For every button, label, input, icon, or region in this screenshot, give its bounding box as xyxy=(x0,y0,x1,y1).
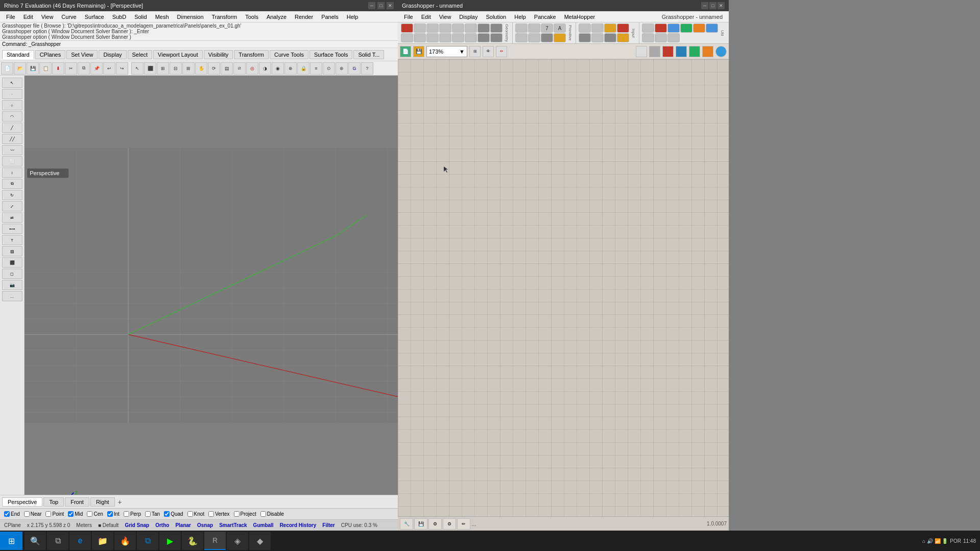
gh-inp-3[interactable] xyxy=(604,23,616,33)
gh-icon-3[interactable] xyxy=(426,23,439,33)
lt-surface-btn[interactable]: ⬜ xyxy=(2,156,22,166)
gh-util-9[interactable] xyxy=(667,33,680,42)
gh-maximize-button[interactable]: □ xyxy=(709,2,716,9)
lt-move-btn[interactable]: ↕ xyxy=(2,167,22,178)
gh-zoom-fit[interactable]: ⊞ xyxy=(469,46,481,57)
gh-red-icon[interactable] xyxy=(662,46,674,57)
taskbar-firefox[interactable]: 🔥 xyxy=(114,532,136,550)
toolbar-tab-surface-tools[interactable]: Surface Tools xyxy=(309,50,352,59)
menu-analyze[interactable]: Analyze xyxy=(262,13,291,21)
gh-menu-display[interactable]: Display xyxy=(455,13,482,21)
gh-inp-8[interactable] xyxy=(617,33,629,42)
gh-inp-4[interactable] xyxy=(617,23,629,33)
menu-transform[interactable]: Transform xyxy=(208,13,242,21)
lt-rotate-btn[interactable]: ↻ xyxy=(2,190,22,200)
gh-menu-metahopper[interactable]: MetaHopper xyxy=(560,13,600,21)
tb-zoom-win[interactable]: ⊟ xyxy=(170,62,182,75)
tb-layers[interactable]: ≡ xyxy=(310,62,322,75)
status-grid-snap[interactable]: Grid Snap xyxy=(125,522,149,528)
taskbar-taskview[interactable]: ⧉ xyxy=(47,532,68,550)
gh-menu-help[interactable]: Help xyxy=(510,13,530,21)
tb-zoom-ext[interactable]: ⊞ xyxy=(157,62,169,75)
osnap-project[interactable]: Project xyxy=(234,511,256,517)
gh-bottom-btn5[interactable]: ✏ xyxy=(457,518,470,530)
osnap-quad-checkbox[interactable] xyxy=(164,511,170,517)
lt-point-btn[interactable]: · xyxy=(2,89,22,99)
menu-help[interactable]: Help xyxy=(343,13,363,21)
tb-import[interactable]: ⬇ xyxy=(52,62,64,75)
menu-dimension[interactable]: Dimension xyxy=(173,13,208,21)
lt-dim-btn[interactable]: ⟷ xyxy=(2,224,22,234)
tb-zoom-sel[interactable]: ⊞ xyxy=(182,62,195,75)
tb-cut[interactable]: ✂ xyxy=(65,62,77,75)
status-gumball[interactable]: Gumball xyxy=(253,522,274,528)
tb-save[interactable]: 💾 xyxy=(27,62,39,75)
gh-prim-4[interactable]: A xyxy=(554,23,566,33)
gh-icon-14[interactable] xyxy=(465,33,477,42)
gh-inp-1[interactable] xyxy=(579,23,591,33)
gh-menu-file[interactable]: File xyxy=(400,13,417,21)
gh-orange-icon[interactable] xyxy=(702,46,713,57)
taskbar-rhino[interactable]: R xyxy=(204,532,226,550)
gh-sphere-icon[interactable] xyxy=(715,46,727,57)
lt-polyline-btn[interactable]: ╱╱ xyxy=(2,134,22,144)
menu-view[interactable]: View xyxy=(37,13,58,21)
toolbar-tab-setview[interactable]: Set View xyxy=(66,50,98,59)
gh-icon-11[interactable] xyxy=(426,33,439,42)
gh-canvas-area[interactable] xyxy=(398,59,729,516)
gh-dark-icon[interactable] xyxy=(649,46,660,57)
osnap-quad[interactable]: Quad xyxy=(164,511,183,517)
lt-copy-btn[interactable]: ⧉ xyxy=(2,179,22,189)
gh-inp-6[interactable] xyxy=(591,33,604,42)
tb-save-as[interactable]: 📋 xyxy=(39,62,52,75)
osnap-cen-checkbox[interactable] xyxy=(87,511,92,517)
taskbar-app1[interactable]: ◈ xyxy=(227,532,248,550)
gh-green-icon[interactable] xyxy=(689,46,700,57)
taskbar-python[interactable]: 🐍 xyxy=(182,532,203,550)
gh-prim-3[interactable]: 7 xyxy=(541,23,553,33)
vp-add-tab[interactable]: + xyxy=(116,498,124,506)
lt-line-btn[interactable]: ╱ xyxy=(2,123,22,133)
osnap-cen[interactable]: Cen xyxy=(87,511,103,517)
menu-panels[interactable]: Panels xyxy=(317,13,343,21)
tb-select[interactable]: ↖ xyxy=(131,62,144,75)
gh-blue-icon[interactable] xyxy=(676,46,687,57)
gh-prim-2[interactable] xyxy=(528,23,540,33)
gh-icon-1[interactable] xyxy=(401,23,413,33)
gh-util-7[interactable] xyxy=(642,33,654,42)
toolbar-tab-cplanes[interactable]: CPlanes xyxy=(35,50,66,59)
start-button[interactable]: ⊞ xyxy=(0,532,22,550)
taskbar-search[interactable]: 🔍 xyxy=(25,532,46,550)
tb-redo[interactable]: ↪ xyxy=(116,62,128,75)
taskbar-edge[interactable]: e xyxy=(69,532,91,550)
menu-subd[interactable]: SubD xyxy=(108,13,131,21)
menu-surface[interactable]: Surface xyxy=(81,13,108,21)
lt-more-btn[interactable]: … xyxy=(2,291,22,301)
vp-tab-front[interactable]: Front xyxy=(65,497,89,507)
tb-pan[interactable]: ✋ xyxy=(195,62,207,75)
vp-tab-perspective[interactable]: Perspective xyxy=(2,497,42,507)
osnap-perp-checkbox[interactable] xyxy=(124,511,129,517)
gh-zoom-display[interactable]: 173% ▼ xyxy=(426,46,467,57)
osnap-disable-checkbox[interactable] xyxy=(260,511,266,517)
tb-4vp[interactable]: ⧄ xyxy=(233,62,246,75)
gh-icon-6[interactable] xyxy=(465,23,477,33)
tb-1vp[interactable]: ▤ xyxy=(221,62,233,75)
lt-select-btn[interactable]: ↖ xyxy=(2,78,22,88)
status-osnap[interactable]: Osnap xyxy=(197,522,213,528)
taskbar-app2[interactable]: ◆ xyxy=(249,532,271,550)
gh-prim-8[interactable] xyxy=(554,33,566,42)
gh-util-5[interactable] xyxy=(693,23,705,33)
gh-util-1[interactable] xyxy=(642,23,654,33)
tb-copy[interactable]: ⧉ xyxy=(78,62,90,75)
toolbar-tab-viewport-layout[interactable]: Viewport Layout xyxy=(153,50,203,59)
menu-mesh[interactable]: Mesh xyxy=(151,13,173,21)
osnap-vertex-checkbox[interactable] xyxy=(208,511,214,517)
gh-close-button[interactable]: ✕ xyxy=(718,2,725,9)
gh-icon-15[interactable] xyxy=(477,33,490,42)
rhino-close-button[interactable]: ✕ xyxy=(387,2,394,9)
gh-icon-9[interactable] xyxy=(401,33,413,42)
toolbar-tab-select[interactable]: Select xyxy=(128,50,153,59)
osnap-mid-checkbox[interactable] xyxy=(68,511,74,517)
gh-prim-5[interactable] xyxy=(515,33,528,42)
